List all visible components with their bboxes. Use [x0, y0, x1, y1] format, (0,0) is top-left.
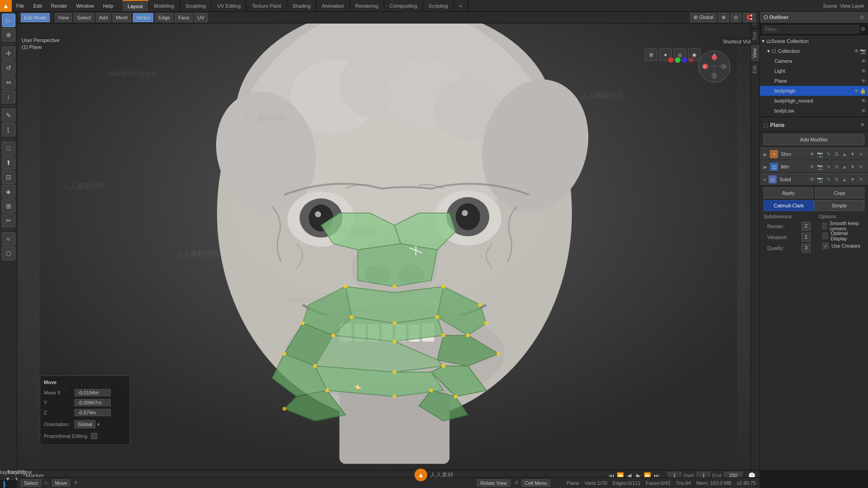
mirror-down-btn[interactable]: ▼	[849, 163, 856, 170]
mirror-up-btn[interactable]: ▲	[841, 163, 848, 170]
add-menu[interactable]: Add	[96, 13, 111, 22]
tab-tool[interactable]: Tool	[751, 28, 760, 44]
shrinkwrap-more-btn[interactable]: ⇅	[833, 150, 840, 158]
playhead[interactable]	[4, 481, 5, 488]
object-name[interactable]: Plane	[770, 122, 784, 128]
mirror-more-btn[interactable]: ⇅	[833, 163, 840, 170]
tab-shading[interactable]: Shading	[287, 0, 316, 11]
tool-loop-cut[interactable]: ⊞	[2, 199, 15, 213]
subd-render-btn[interactable]: 📷	[816, 176, 824, 183]
mirror-edit-btn[interactable]: ✎	[825, 163, 832, 170]
tool-scale[interactable]: ⇔	[2, 75, 15, 89]
shrinkwrap-vis-btn[interactable]: 👁	[808, 150, 816, 158]
tool-extrude[interactable]: ⬆	[2, 156, 15, 169]
mirror-vis-btn[interactable]: 👁	[808, 163, 816, 170]
shrinkwrap-up-btn[interactable]: ▲	[841, 150, 848, 158]
tree-collection[interactable]: ▾ ⬡ Collection 👁 📷	[760, 46, 868, 56]
tool-inset[interactable]: ⊡	[2, 170, 15, 184]
body-high-eye-icon[interactable]: 👁	[854, 88, 859, 94]
subd-up-btn[interactable]: ▲	[841, 176, 848, 183]
shrinkwrap-edit-btn[interactable]: ✎	[825, 150, 832, 158]
outliner-search-input[interactable]	[763, 25, 859, 33]
mirror-expand-icon[interactable]: ▶	[764, 164, 767, 169]
tree-plane[interactable]: Plane 👁	[760, 76, 868, 86]
tool-bevel[interactable]: ◈	[2, 185, 15, 198]
catmull-clark-button[interactable]: Catmull-Clark	[764, 200, 814, 211]
tree-light[interactable]: Light 👁	[760, 66, 868, 76]
tree-body-high-moved[interactable]: bodyHigh_moved 👁	[760, 96, 868, 106]
tool-move[interactable]: ✛	[2, 47, 15, 60]
tab-scripting[interactable]: Scripting	[423, 0, 454, 11]
tree-scene-collection[interactable]: ▾ 🗂 Scene Collection	[760, 36, 868, 46]
menu-file[interactable]: File	[12, 0, 29, 11]
orientation-dropdown[interactable]: ▾	[97, 422, 100, 427]
tool-shrink-fatten[interactable]: ⬡	[2, 247, 15, 260]
global-orientation[interactable]: ⊞ Global	[690, 13, 717, 22]
camera-eye-icon[interactable]: 👁	[861, 58, 866, 64]
nav-gizmo[interactable]: Y -Y -X X	[696, 48, 732, 85]
collection-camera-icon[interactable]: 📷	[860, 48, 866, 54]
subd-vis-btn[interactable]: 👁	[808, 176, 816, 183]
collection-eye-icon[interactable]: 👁	[854, 48, 859, 54]
tree-body-low[interactable]: bodyLow 👁	[760, 106, 868, 116]
tab-rendering[interactable]: Rendering	[350, 0, 384, 11]
tab-compositing[interactable]: Compositing	[384, 0, 423, 11]
cell-menu-btn[interactable]: Cell Menu	[522, 479, 551, 487]
smooth-corners-checkbox[interactable]	[822, 223, 827, 229]
menu-window[interactable]: Window	[72, 0, 99, 11]
select-menu[interactable]: Select	[74, 13, 94, 22]
move-x-value[interactable]: -0.0194m	[75, 389, 111, 396]
snap-toggle[interactable]: 🧲	[743, 13, 756, 22]
viewport-3d[interactable]: User Perspective (1) Plane Shortcut VUr …	[17, 23, 760, 470]
body-high-camera-icon[interactable]: 🔒	[860, 88, 866, 94]
tool-measure[interactable]: ⌊	[2, 123, 15, 136]
select-btn[interactable]: Select	[21, 479, 41, 487]
tool-smooth[interactable]: ≈	[2, 232, 15, 246]
outliner-filter-icon[interactable]: ⚙	[860, 14, 864, 20]
optimal-display-checkbox[interactable]	[822, 233, 828, 239]
move-btn[interactable]: Move	[52, 479, 71, 487]
tool-select[interactable]: ▷	[2, 14, 15, 27]
uv-menu[interactable]: UV	[194, 13, 208, 22]
body-low-eye-icon[interactable]: 👁	[861, 108, 866, 113]
tool-add-cube[interactable]: □	[2, 141, 15, 155]
tool-knife[interactable]: ✂	[2, 214, 15, 227]
tab-add[interactable]: +	[454, 0, 468, 11]
tab-edit[interactable]: Edit	[751, 61, 760, 77]
copy-button[interactable]: Copy	[815, 188, 865, 198]
simple-button[interactable]: Simple	[814, 200, 865, 211]
view-overlay-btn[interactable]: ⊞	[645, 48, 657, 61]
subd-close-btn[interactable]: ✕	[857, 176, 864, 183]
tree-camera[interactable]: Camera 👁	[760, 56, 868, 66]
subd-expand-icon[interactable]: ▾	[764, 177, 766, 182]
tab-sculpting[interactable]: Sculpting	[180, 0, 212, 11]
face-menu[interactable]: Face	[175, 13, 192, 22]
orientation-selector[interactable]: Global ▾	[75, 420, 100, 428]
edit-mode-btn[interactable]: Edit Mode	[21, 13, 50, 22]
orientation-value[interactable]: Global	[75, 420, 95, 428]
transform-pivot[interactable]: ⊕	[718, 13, 729, 22]
edge-menu[interactable]: Edge	[155, 13, 173, 22]
tool-transform[interactable]: ↕	[2, 90, 15, 103]
tree-body-high[interactable]: bodyHigh 👁 🔒	[760, 86, 868, 96]
shrinkwrap-down-btn[interactable]: ▼	[849, 150, 856, 158]
add-modifier-button[interactable]: Add Modifier	[764, 134, 864, 145]
tab-animation[interactable]: Animation	[316, 0, 350, 11]
subd-edit-btn[interactable]: ✎	[825, 176, 832, 183]
close-properties-icon[interactable]: ✕	[860, 122, 864, 128]
shrinkwrap-close-btn[interactable]: ✕	[857, 150, 864, 158]
render-value[interactable]: 2	[802, 222, 811, 231]
viewport-value[interactable]: 1	[802, 233, 811, 242]
shrinkwrap-expand-icon[interactable]: ▶	[764, 152, 767, 157]
mirror-close-btn[interactable]: ✕	[857, 163, 864, 170]
vertex-menu[interactable]: Vertex	[133, 13, 153, 22]
shrinkwrap-render-btn[interactable]: 📷	[816, 150, 824, 158]
move-y-value[interactable]: -0.00967m	[75, 399, 111, 406]
tab-modeling[interactable]: Modeling	[149, 0, 180, 11]
subd-down-btn[interactable]: ▼	[849, 176, 856, 183]
menu-help[interactable]: Help	[99, 0, 118, 11]
body-high-moved-eye-icon[interactable]: 👁	[861, 98, 866, 103]
proportional-checkbox[interactable]	[91, 433, 97, 439]
tab-uv-editing[interactable]: UV Editing	[212, 0, 246, 11]
view-menu[interactable]: View	[55, 13, 72, 22]
